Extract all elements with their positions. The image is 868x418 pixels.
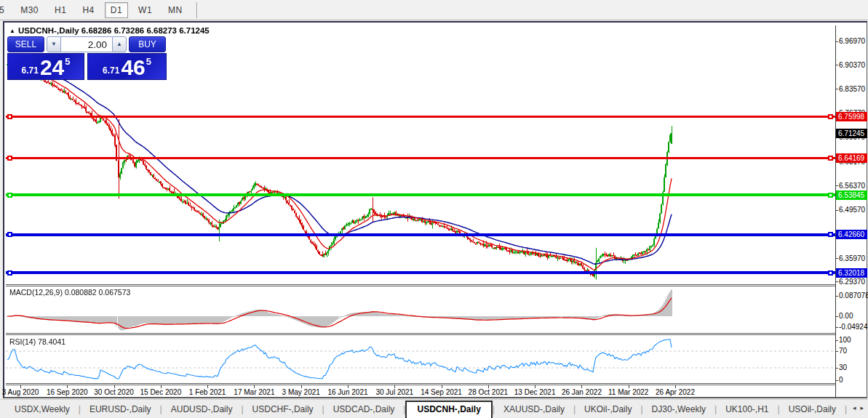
tab-scroll-arrows: ◂▸ <box>848 404 866 411</box>
tab-usdcnh--daily[interactable]: USDCNH-,Daily <box>405 401 492 418</box>
date-axis-label: 30 Jul 2021 <box>369 388 420 396</box>
tab-strip: USDX,Weekly|EURUSD-,Daily|AUDUSD-,Daily|… <box>6 400 850 418</box>
rsi-pane-canvas[interactable] <box>6 335 835 383</box>
horizontal-line-6.32018[interactable] <box>6 271 835 274</box>
price-axis-separator <box>835 25 836 398</box>
horizontal-line-6.42660[interactable] <box>6 233 835 236</box>
line-handle[interactable] <box>7 193 12 198</box>
current-price-badge: 6.71245 <box>836 129 867 138</box>
timeframe-button-mn[interactable]: MN <box>162 2 188 18</box>
one-click-trade-panel: SELL ▼ ▲ BUY 6.71245 6.71465 <box>7 36 167 80</box>
sell-price-big: 24 <box>40 57 64 78</box>
buy-price-small: 6.71 <box>103 65 119 76</box>
date-axis-label: 3 Aug 2020 <box>0 388 46 396</box>
sell-price-small: 6.71 <box>22 65 39 76</box>
tab-eurusd--daily[interactable]: EURUSD-,Daily <box>81 401 160 417</box>
sell-price-box[interactable]: 6.71245 <box>7 53 84 80</box>
date-axis-label: 30 Oct 2020 <box>89 388 140 396</box>
buy-price-big: 46 <box>121 57 145 78</box>
triangle-down-icon: ▼ <box>51 41 57 47</box>
date-axis-label: 14 Sep 2021 <box>416 388 467 396</box>
macd-signal-value: 0.067573 <box>99 288 131 297</box>
price-axis-label: 6.56370 <box>839 182 865 190</box>
sell-button[interactable]: SELL <box>7 36 44 52</box>
timeframe-button-h4[interactable]: H4 <box>76 2 100 18</box>
horizontal-line-6.53845[interactable] <box>6 193 835 196</box>
tab-usdcad--daily[interactable]: USDCAD-,Daily <box>324 401 404 417</box>
date-axis-label: 16 Sep 2020 <box>41 388 92 396</box>
line-handle[interactable] <box>7 114 12 119</box>
price-axis-label: 6.90370 <box>839 61 865 69</box>
macd-axis-label: 0.00 <box>839 312 853 320</box>
line-handle[interactable] <box>828 156 833 161</box>
chart-title: ▲USDCNH-,Daily 6.68286 6.73286 6.68273 6… <box>9 26 210 35</box>
macd-indicator-label: MACD(12,26,9) 0.080882 0.067573 <box>9 288 130 297</box>
price-axis-label: 6.49570 <box>839 206 865 214</box>
tabs-scroll-left-icon[interactable]: ◂ <box>853 404 856 411</box>
price-line-badge: 6.64169 <box>836 153 867 163</box>
rsi-value: 78.4041 <box>38 337 65 346</box>
ohlc-close: 6.71245 <box>179 26 210 35</box>
line-handle[interactable] <box>828 232 833 237</box>
date-axis-label: 26 Jan 2022 <box>556 388 607 396</box>
price-axis-label: 6.83570 <box>839 85 865 93</box>
timeframe-button-5[interactable]: 5 <box>0 2 10 18</box>
date-axis-label: 3 May 2021 <box>276 388 327 396</box>
timeframe-button-w1[interactable]: W1 <box>132 2 158 18</box>
buy-button[interactable]: BUY <box>129 36 166 52</box>
tab-ukoil--daily[interactable]: UKOil-,Daily <box>576 401 640 417</box>
price-axis-label: 6.29370 <box>839 278 865 286</box>
buy-price-box[interactable]: 6.71465 <box>87 53 167 80</box>
date-axis-label: 15 Dec 2020 <box>135 388 186 396</box>
date-axis-label: 1 Feb 2021 <box>182 388 233 396</box>
price-line-badge: 6.32018 <box>836 268 867 278</box>
line-handle[interactable] <box>828 114 833 119</box>
date-axis-label: 17 Mar 2021 <box>228 388 279 396</box>
rsi-axis-label: 100 <box>839 336 851 344</box>
price-axis-label: 6.96970 <box>839 37 865 45</box>
volume-increase-button[interactable]: ▲ <box>112 36 127 52</box>
price-line-badge: 6.53845 <box>836 190 867 200</box>
line-handle[interactable] <box>7 270 12 276</box>
macd-axis-label: -0.049247 <box>839 323 868 331</box>
tabs-scroll-right-icon[interactable]: ▸ <box>860 404 864 411</box>
date-axis-label: 26 Apr 2022 <box>650 388 701 396</box>
timeframe-toolbar: 5M30H1H4D1W1MN <box>0 0 868 20</box>
rsi-axis-label: 0 <box>839 376 843 384</box>
line-handle[interactable] <box>828 270 833 276</box>
timeframe-button-d1[interactable]: D1 <box>105 2 128 18</box>
tab-audusd--daily[interactable]: AUDUSD-,Daily <box>162 401 242 417</box>
tab-usdx-weekly[interactable]: USDX,Weekly <box>6 401 79 417</box>
timeframe-button-m30[interactable]: M30 <box>15 2 44 18</box>
rsi-axis-label: 70 <box>839 347 847 355</box>
price-line-badge: 6.42660 <box>836 230 867 239</box>
tab-dj30--weekly[interactable]: DJ30-,Weekly <box>643 401 714 417</box>
toolbar-separator <box>196 2 198 18</box>
line-handle[interactable] <box>7 156 12 161</box>
line-handle[interactable] <box>828 193 833 198</box>
pane-separator[interactable] <box>6 333 835 335</box>
macd-axis-label: 0.087078 <box>839 292 868 300</box>
tab-usdchf--daily[interactable]: USDCHF-,Daily <box>244 401 322 417</box>
tab-xauusd--daily[interactable]: XAUUSD-,Daily <box>495 401 573 417</box>
collapse-arrow-icon[interactable]: ▲ <box>9 28 15 34</box>
horizontal-line-6.75998[interactable] <box>6 116 835 118</box>
triangle-up-icon: ▲ <box>116 41 122 47</box>
price-axis-label: 6.35970 <box>839 254 865 262</box>
horizontal-line-6.64169[interactable] <box>6 157 835 159</box>
volume-decrease-button[interactable]: ▼ <box>47 36 61 52</box>
ohlc-open: 6.68286 <box>81 26 112 35</box>
pane-separator[interactable] <box>6 284 835 286</box>
chart-symbol: USDCNH-,Daily <box>18 26 79 35</box>
volume-input[interactable] <box>61 36 112 52</box>
date-axis-label: 16 Jun 2021 <box>322 388 373 396</box>
tab-usoil--daily[interactable]: USOil-,Daily <box>780 401 845 417</box>
buy-price-sup: 5 <box>146 56 151 67</box>
tab-uk100--h1[interactable]: UK100-,H1 <box>717 401 777 417</box>
chart-tab-bar: USDX,Weekly|EURUSD-,Daily|AUDUSD-,Daily|… <box>0 399 868 418</box>
ohlc-low: 6.68273 <box>146 26 177 35</box>
timeframe-button-h1[interactable]: H1 <box>49 2 72 18</box>
line-handle[interactable] <box>7 232 12 237</box>
pane-separator <box>6 383 835 385</box>
macd-main-value: 0.080882 <box>65 288 97 297</box>
